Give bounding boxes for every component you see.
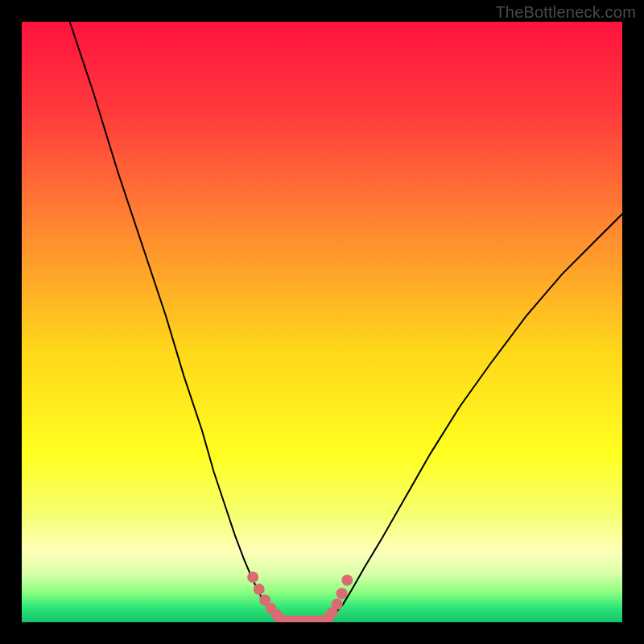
right-markers-dot bbox=[332, 599, 343, 610]
left-markers-dot bbox=[247, 572, 258, 583]
plot-area bbox=[22, 22, 622, 622]
left-markers-dot bbox=[254, 584, 265, 595]
gradient-background bbox=[22, 22, 622, 622]
outer-frame: TheBottleneck.com bbox=[0, 0, 644, 644]
right-markers-dot bbox=[336, 588, 348, 599]
watermark-text: TheBottleneck.com bbox=[495, 3, 636, 22]
right-markers-dot bbox=[341, 575, 353, 586]
chart-svg bbox=[22, 22, 622, 622]
